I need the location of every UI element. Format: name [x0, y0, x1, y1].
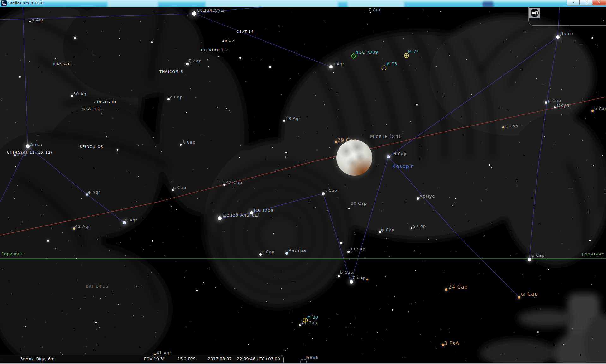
- sky-label: 30 Aqr: [73, 91, 88, 96]
- close-button[interactable]: ✕: [592, 0, 606, 5]
- ocular-settings-button[interactable]: [587, 10, 599, 22]
- background-star: [125, 255, 126, 255]
- star[interactable]: [591, 110, 594, 112]
- background-star: [535, 47, 536, 48]
- star[interactable]: [350, 280, 353, 284]
- star[interactable]: [269, 66, 271, 68]
- titlebar[interactable]: Stellarium 0.15.0 – ▢ ✕: [0, 0, 606, 7]
- star[interactable]: [338, 275, 340, 277]
- background-star: [51, 53, 51, 54]
- star[interactable]: [299, 324, 301, 326]
- background-star: [452, 205, 453, 206]
- star[interactable]: [322, 192, 325, 195]
- star[interactable]: [442, 344, 444, 346]
- star[interactable]: [152, 240, 153, 242]
- ccd-frame-button[interactable]: [553, 10, 565, 22]
- sky-label: INSAT-3D: [97, 100, 117, 104]
- star[interactable]: [47, 240, 49, 242]
- telrad-button[interactable]: [570, 10, 582, 22]
- star[interactable]: [285, 152, 287, 153]
- background-star: [10, 179, 11, 179]
- star[interactable]: [545, 101, 547, 104]
- background-star: [465, 361, 466, 361]
- star[interactable]: [167, 98, 170, 100]
- star[interactable]: [416, 104, 418, 106]
- stellarium-window: IRNSS-1CTHAICOM 6INSAT-3DGSAT-10BEIDOU G…: [0, 0, 606, 364]
- background-star: [376, 349, 376, 350]
- star[interactable]: [370, 12, 371, 13]
- star[interactable]: [283, 120, 285, 122]
- star[interactable]: [117, 149, 118, 151]
- star[interactable]: [29, 21, 31, 22]
- star[interactable]: [180, 144, 182, 146]
- background-star: [437, 48, 437, 49]
- moon[interactable]: [336, 140, 372, 176]
- star[interactable]: [285, 252, 288, 255]
- star[interactable]: [223, 184, 225, 186]
- star[interactable]: [218, 216, 222, 220]
- background-star: [42, 191, 42, 192]
- maximize-button[interactable]: ▢: [579, 0, 592, 5]
- star[interactable]: [392, 309, 393, 311]
- sky-view[interactable]: IRNSS-1CTHAICOM 6INSAT-3DGSAT-10BEIDOU G…: [0, 0, 606, 364]
- background-star: [324, 21, 324, 22]
- status-time[interactable]: 22:09:46 UTC+03:00: [237, 356, 280, 361]
- background-star: [154, 11, 154, 11]
- star[interactable]: [73, 227, 75, 230]
- minimize-button[interactable]: –: [567, 0, 580, 5]
- star[interactable]: [591, 37, 593, 39]
- status-date[interactable]: 2017-08-07: [208, 356, 232, 361]
- star[interactable]: [379, 231, 381, 233]
- star[interactable]: [537, 331, 539, 333]
- star[interactable]: [335, 141, 337, 143]
- star[interactable]: [489, 164, 490, 166]
- background-star: [437, 91, 437, 91]
- status-bar[interactable]: Земля, Riga, 6m FOV 19.3° 15.2 FPS 2017-…: [0, 355, 284, 363]
- background-star: [561, 89, 562, 90]
- star[interactable]: [26, 144, 30, 148]
- star[interactable]: [19, 76, 21, 78]
- star[interactable]: [502, 126, 504, 128]
- star[interactable]: [123, 221, 126, 224]
- star[interactable]: [528, 258, 531, 261]
- star[interactable]: [74, 37, 76, 39]
- star[interactable]: [417, 197, 419, 200]
- background-star: [525, 32, 526, 32]
- star[interactable]: [239, 57, 241, 59]
- background-star: [191, 196, 192, 196]
- star[interactable]: [348, 208, 350, 209]
- window-title: Stellarium 0.15.0: [8, 1, 44, 5]
- star[interactable]: [208, 66, 209, 67]
- background-star: [386, 238, 387, 239]
- star[interactable]: [554, 106, 556, 108]
- background-star: [208, 268, 208, 269]
- star[interactable]: [556, 35, 560, 39]
- star[interactable]: [347, 251, 350, 253]
- background-star: [217, 107, 218, 108]
- background-window-ghost: [347, 1, 404, 7]
- background-star: [524, 156, 524, 156]
- star[interactable]: [518, 296, 520, 299]
- star[interactable]: [387, 155, 390, 158]
- star[interactable]: [411, 227, 412, 229]
- star[interactable]: [86, 193, 88, 196]
- background-star: [86, 346, 87, 347]
- star[interactable]: [589, 240, 591, 241]
- background-star: [50, 12, 50, 12]
- background-star: [281, 288, 281, 289]
- star[interactable]: [445, 288, 447, 291]
- background-star: [153, 107, 153, 108]
- status-location[interactable]: Земля, Riga, 6m: [20, 356, 55, 361]
- star[interactable]: [186, 63, 189, 65]
- star[interactable]: [340, 242, 342, 244]
- star[interactable]: [95, 322, 97, 323]
- star[interactable]: [192, 11, 196, 16]
- star[interactable]: [71, 95, 73, 97]
- star[interactable]: [151, 41, 153, 43]
- star[interactable]: [196, 290, 198, 291]
- background-star: [80, 99, 81, 99]
- star[interactable]: [366, 279, 368, 280]
- background-star: [582, 140, 583, 141]
- star[interactable]: [329, 65, 333, 68]
- sky-label: 24 Cap: [448, 284, 468, 290]
